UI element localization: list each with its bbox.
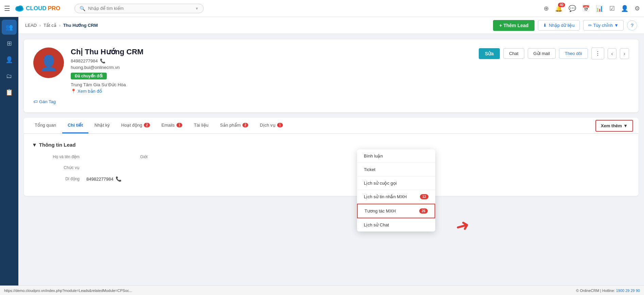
tasks-icon[interactable]: ☑ [609,5,615,12]
tab-hoat-dong[interactable]: Hoạt động 2 [116,118,155,133]
field-label-chuc-vu: Chức vụ [32,165,86,170]
tag-link[interactable]: 🏷 Gán Tag [33,99,629,104]
breadcrumb-actions: + Thêm Lead ⬇ Nhập dữ liệu ✏ Tùy chỉnh ▼… [493,20,637,31]
tab-dich-vu[interactable]: Dịch vụ 1 [254,118,288,133]
sidebar-item-folder[interactable]: 🗂 [2,69,17,84]
add-icon[interactable]: ⊕ [544,5,549,12]
map-icon: 📍 [71,89,76,94]
breadcrumb-sep2: › [59,23,61,28]
tag-section: 🏷 Gán Tag [33,99,629,104]
field-chuc-vu: Chức vụ [32,165,86,170]
profile-name: Chị Thu Hướng CRM [71,48,472,56]
arrow-indicator: ➜ [453,215,471,236]
profile-actions: Sửa Chat Gửi mail Theo dõi ⋮ ‹ › [479,48,629,59]
main-content: LEAD › Tất cả › Thu Hướng CRM + Thêm Lea… [18,17,644,295]
dropdown-badge-lich-su-tin-nhan: 12 [420,194,428,199]
section-collapse-icon[interactable]: ▼ [32,142,37,148]
dropdown-item-lich-su-tin-nhan[interactable]: Lịch sử tin nhắn MXH 12 [357,190,435,204]
tabs-bar: Tổng quan Chi tiết Nhật ký Hoạt động 2 E… [24,118,639,134]
status-copyright: © OnlineCRM | Hotline: 1900 29 29 90 [576,289,640,293]
field-ho-ten-dem: Họ và tên đệm [32,154,86,159]
tab-xem-them[interactable]: Xem thêm ▼ [595,120,633,132]
phone-icon: 📞 [100,58,105,63]
avatar-icon: 👤 [39,54,58,72]
layout: 👥 ⊞ 👤 🗂 📋 LEAD › Tất cả › Thu Hướng CRM … [0,17,644,295]
status-hotline[interactable]: 1900 29 29 90 [616,289,640,293]
field-label-di-dong: Di động [32,177,86,181]
chart-icon[interactable]: 📊 [596,5,603,12]
dropdown-badge-tuong-tac-mxh: 26 [419,208,428,214]
breadcrumb-sep1: › [39,23,41,28]
nav-icons: ⊕ 🔔 40 💬 📅 📊 ☑ 👤 ⚙ [544,5,640,12]
profile-email: huong.bui@onlinecrm.vn [71,65,472,70]
dropdown-item-binh-luan[interactable]: Bình luận [357,149,435,163]
more-options-button[interactable]: ⋮ [591,48,604,59]
sidebar: 👥 ⊞ 👤 🗂 📋 [0,17,18,295]
top-nav: ☰ CLOUD PRO 🔍 ▼ ⊕ 🔔 40 💬 📅 📊 ☑ 👤 ⚙ [0,0,644,17]
logo: CLOUD PRO [14,3,60,14]
tab-tai-lieu[interactable]: Tài liệu [188,118,214,133]
field-di-dong: Di động 84982277984 📞 [32,176,121,182]
sidebar-item-users[interactable]: 👥 [2,20,17,35]
import-icon: ⬇ [543,23,547,28]
form-row-2: Chức vụ [32,165,630,170]
breadcrumb-root[interactable]: LEAD [25,23,37,28]
logo-icon [14,3,24,14]
breadcrumb-bar: LEAD › Tất cả › Thu Hướng CRM + Thêm Lea… [18,17,644,34]
customize-chevron-icon: ▼ [614,23,618,28]
tab-san-pham-badge: 2 [242,123,249,127]
customize-button[interactable]: ✏ Tùy chỉnh ▼ [583,20,624,31]
dropdown-item-tuong-tac-mxh[interactable]: Tương tác MXH 26 [357,204,435,218]
import-data-button[interactable]: ⬇ Nhập dữ liệu [538,20,579,31]
settings-icon[interactable]: ⚙ [634,5,640,12]
dropdown-item-lich-su-cuoc-goi[interactable]: Lịch sử cuộc gọi [357,177,435,190]
notification-badge: 40 [558,3,565,7]
sidebar-item-clipboard[interactable]: 📋 [2,85,17,100]
tab-san-pham[interactable]: Sản phẩm 2 [215,118,254,133]
dropdown-item-lich-su-chat[interactable]: Lịch sử Chat [357,218,435,232]
hamburger-icon[interactable]: ☰ [4,4,10,13]
send-mail-button[interactable]: Gửi mail [528,48,556,59]
customize-icon: ✏ [588,23,592,28]
status-bar: https://demo.cloudpro.vn/index.php?modul… [0,285,644,295]
section-body: ▼ Thông tin Lead Họ và tên đệm Giới Chức… [24,134,639,196]
sidebar-item-person[interactable]: 👤 [2,52,17,67]
tag-icon: 🏷 [33,99,38,104]
map-link[interactable]: 📍 Xem bản đồ [71,89,472,94]
next-button[interactable]: › [620,48,629,59]
field-gioi: Giới [100,154,154,159]
prev-button[interactable]: ‹ [608,48,617,59]
tab-hoat-dong-badge: 2 [144,123,150,127]
form-row-3: Di động 84982277984 📞 [32,176,630,182]
chat-button[interactable]: Chat [503,48,524,59]
tab-emails[interactable]: Emails 1 [156,118,188,133]
tab-nhat-ky[interactable]: Nhật ký [89,118,115,133]
follow-button[interactable]: Theo dõi [559,48,588,59]
tab-dich-vu-badge: 1 [277,123,283,127]
svg-point-3 [16,6,22,11]
tab-chi-tiet[interactable]: Chi tiết [62,118,88,133]
breadcrumb-all[interactable]: Tất cả [44,23,56,28]
tab-tong-quan[interactable]: Tổng quan [29,118,62,133]
edit-button[interactable]: Sửa [479,48,500,59]
calendar-icon[interactable]: 📅 [582,5,590,12]
profile-phone: 84982277984 📞 [71,58,472,63]
search-bar[interactable]: 🔍 ▼ [74,4,204,13]
profile-card: 👤 Chị Thu Hướng CRM 84982277984 📞 huong.… [24,39,639,112]
user-icon[interactable]: 👤 [621,5,628,12]
status-url: https://demo.cloudpro.vn/index.php?modul… [4,289,132,293]
search-input[interactable] [88,6,192,11]
phone-call-icon[interactable]: 📞 [116,176,121,182]
chat-icon[interactable]: 💬 [569,5,576,12]
tab-more-chevron-icon: ▼ [623,123,628,128]
logo-pro-text: PRO [48,5,60,12]
help-button[interactable]: ? [627,20,637,31]
dropdown-item-ticket[interactable]: Ticket [357,163,435,177]
add-lead-button[interactable]: + Thêm Lead [493,20,535,31]
sidebar-item-grid[interactable]: ⊞ [2,36,17,51]
dropdown-menu: Bình luận Ticket Lịch sử cuộc gọi Lịch s… [357,149,435,232]
dropdown-arrow-icon: ▼ [195,6,199,11]
field-value-di-dong: 84982277984 [86,177,114,182]
search-icon: 🔍 [80,6,85,11]
notification-icon[interactable]: 🔔 40 [555,5,562,12]
